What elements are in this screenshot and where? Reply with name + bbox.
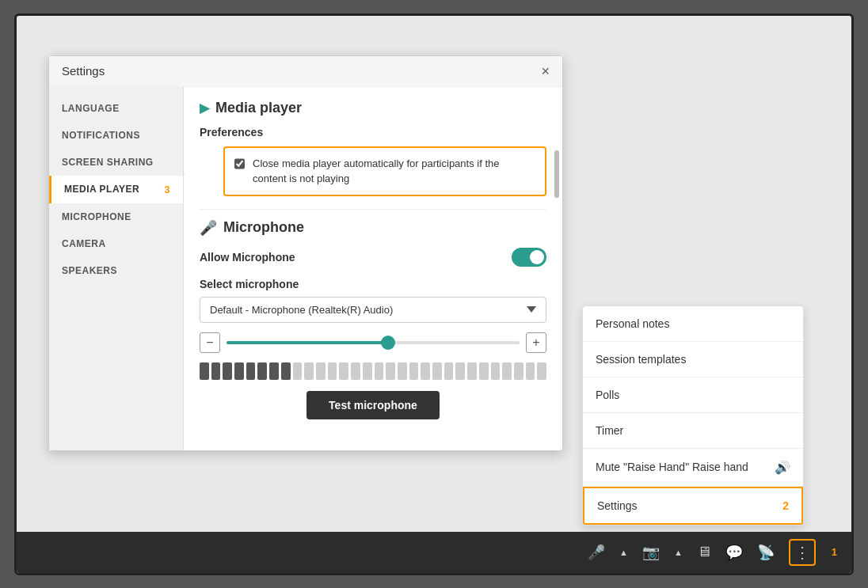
level-bar-16: [375, 362, 384, 380]
preference-row: Close media player automatically for par…: [223, 146, 546, 196]
level-bar-22: [444, 362, 454, 380]
level-bar-10: [304, 362, 314, 380]
auto-close-checkbox[interactable]: [234, 157, 245, 170]
volume-decrease-button[interactable]: −: [200, 332, 220, 353]
allow-mic-toggle[interactable]: [512, 248, 546, 267]
mic-arrow-button[interactable]: ▲: [619, 548, 628, 557]
level-bar-11: [316, 362, 326, 380]
sidebar-item-microphone[interactable]: MICROPHONE: [49, 203, 183, 230]
outer-frame: Settings × LANGUAGE NOTIFICATIONS SCREEN…: [14, 13, 854, 575]
mic-arrow-icon: ▲: [619, 548, 628, 557]
toggle-knob: [530, 250, 544, 264]
dialog-title: Settings: [62, 64, 105, 78]
level-bar-18: [398, 362, 407, 380]
level-bar-23: [455, 362, 465, 380]
menu-item-mute-raise-hand[interactable]: Mute "Raise Hand" Raise hand 🔊: [583, 449, 803, 487]
level-bar-27: [502, 362, 512, 380]
dialog-header: Settings ×: [49, 56, 562, 87]
level-bar-12: [328, 362, 337, 380]
sound-icon: 🔊: [775, 460, 790, 475]
sidebar-item-speakers[interactable]: SPEAKERS: [49, 257, 183, 284]
more-icon: ⋮: [794, 543, 810, 562]
volume-slider-row: − +: [200, 332, 546, 353]
level-bar-30: [537, 362, 546, 380]
level-bar-14: [351, 362, 360, 380]
microphone-select[interactable]: Default - Microphone (Realtek(R) Audio): [200, 297, 546, 323]
volume-slider-track[interactable]: [227, 341, 520, 344]
level-bar-13: [339, 362, 348, 380]
allow-microphone-row: Allow Microphone: [200, 248, 546, 267]
camera-toolbar-button[interactable]: 📷: [642, 544, 660, 561]
chat-toolbar-button[interactable]: 💬: [725, 544, 743, 561]
camera-arrow-button[interactable]: ▲: [674, 548, 683, 557]
level-bar-6: [257, 362, 267, 380]
pref-text: Close media player automatically for par…: [253, 156, 535, 187]
chat-icon: 💬: [725, 544, 743, 561]
media-player-title: Media player: [215, 100, 302, 116]
microphone-icon: 🎤: [200, 219, 217, 237]
microphone-section-title: 🎤 Microphone: [200, 219, 546, 237]
menu-item-session-templates[interactable]: Session templates: [583, 342, 803, 377]
screen-share-icon: 🖥: [697, 544, 711, 560]
toolbar: 🎤 ▲ 📷 ▲ 🖥 💬 📡 ⋮ 1: [17, 532, 851, 573]
level-bar-20: [421, 362, 430, 380]
level-bar-3: [223, 362, 232, 380]
sidebar-item-screen-sharing[interactable]: SCREEN SHARING: [49, 149, 183, 176]
step3-badge: 3: [164, 184, 170, 195]
allow-mic-label: Allow Microphone: [200, 251, 295, 264]
content-area: ▶ Media player Preferences 4 Close media…: [184, 87, 562, 450]
sidebar-item-notifications[interactable]: NOTIFICATIONS: [49, 122, 183, 149]
section-divider: [200, 209, 546, 210]
participants-icon: 📡: [757, 544, 775, 561]
sidebar-item-camera[interactable]: CAMERA: [49, 230, 183, 257]
volume-increase-button[interactable]: +: [526, 332, 546, 353]
select-mic-label: Select microphone: [200, 278, 546, 290]
microphone-toolbar-button[interactable]: 🎤: [588, 544, 605, 561]
menu-item-personal-notes[interactable]: Personal notes: [583, 306, 803, 342]
level-bar-1: [200, 362, 209, 380]
level-bar-15: [363, 362, 372, 380]
sidebar-item-language[interactable]: LANGUAGE: [49, 95, 183, 122]
level-bar-5: [246, 362, 256, 380]
level-bar-2: [211, 362, 221, 380]
step1-badge: 1: [832, 546, 837, 558]
slider-thumb: [381, 336, 395, 350]
level-bar-7: [269, 362, 279, 380]
preferences-label: Preferences: [200, 126, 546, 138]
sidebar: LANGUAGE NOTIFICATIONS SCREEN SHARING ME…: [49, 87, 184, 450]
level-bar-8: [281, 362, 291, 380]
media-player-section-title: ▶ Media player: [200, 100, 546, 116]
microphone-title: Microphone: [223, 219, 304, 236]
close-button[interactable]: ×: [541, 64, 550, 78]
participants-toolbar-button[interactable]: 📡: [757, 544, 775, 561]
level-bar-28: [514, 362, 523, 380]
dialog-body: LANGUAGE NOTIFICATIONS SCREEN SHARING ME…: [49, 87, 562, 450]
menu-item-timer[interactable]: Timer: [583, 413, 803, 449]
step2-badge: 2: [782, 499, 789, 512]
right-menu-panel: Personal notes Session templates Polls T…: [582, 305, 804, 525]
sidebar-item-media-player[interactable]: MEDIA PLAYER 3: [49, 176, 183, 203]
menu-item-settings[interactable]: Settings 2: [583, 487, 803, 525]
more-options-button[interactable]: ⋮: [789, 539, 816, 566]
level-bar-25: [479, 362, 489, 380]
test-microphone-button[interactable]: Test microphone: [306, 391, 440, 419]
level-bar-24: [467, 362, 477, 380]
level-bar-17: [386, 362, 395, 380]
scroll-indicator: [554, 150, 559, 198]
camera-arrow-icon: ▲: [674, 548, 683, 557]
level-bar-21: [432, 362, 442, 380]
menu-item-polls[interactable]: Polls: [583, 377, 803, 413]
level-bar-29: [526, 362, 535, 380]
mic-toolbar-icon: 🎤: [588, 544, 605, 561]
level-bar-4: [234, 362, 244, 380]
level-bar-26: [491, 362, 501, 380]
settings-dialog: Settings × LANGUAGE NOTIFICATIONS SCREEN…: [48, 55, 563, 451]
level-bar-9: [293, 362, 303, 380]
screen-share-toolbar-button[interactable]: 🖥: [697, 544, 711, 560]
play-icon: ▶: [200, 101, 209, 116]
level-bar-19: [409, 362, 419, 380]
camera-toolbar-icon: 📷: [642, 544, 660, 561]
slider-fill: [227, 341, 388, 344]
level-meter: [200, 362, 546, 380]
